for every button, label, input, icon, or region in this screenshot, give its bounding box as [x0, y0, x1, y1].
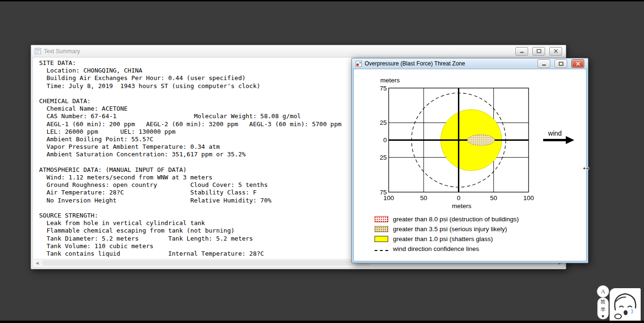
- widget-badge-a[interactable]: A: [597, 285, 609, 298]
- legend-label-windlines: wind direction confidence lines: [393, 245, 479, 252]
- wind-label: wind: [548, 129, 562, 137]
- legend-label-1psi: greater than 1.0 psi (shatters glass): [393, 235, 493, 242]
- y-tick-75-top: 75: [380, 85, 387, 92]
- heart-icon[interactable]: ♥: [602, 314, 604, 319]
- desktop-widget[interactable]: A 简 半 ♥: [596, 284, 644, 323]
- threat-zone-content: meters 75 25 0 25 75 100 50 0 50 100 met…: [353, 69, 587, 261]
- site-data-text: SITE DATA: Location: CHONGQING, CHINA Bu…: [39, 59, 342, 258]
- wind-arrow: [543, 136, 574, 144]
- widget-card[interactable]: [610, 288, 641, 323]
- overpressure-window: Overpressure (Blast Force) Threat Zone: [351, 58, 588, 263]
- close-button[interactable]: [549, 47, 562, 56]
- legend-label-35psi: greater than 3.5 psi (serious injury lik…: [393, 226, 507, 233]
- text-summary-titlebar[interactable]: Text Summary: [31, 45, 566, 57]
- x-tick-50-left: 50: [420, 194, 427, 202]
- minimize-button[interactable]: [538, 59, 550, 68]
- y-tick-0: 0: [383, 137, 387, 144]
- legend-item-35psi: greater than 3.5 psi (serious injury lik…: [375, 226, 519, 233]
- x-tick-100-left: 100: [383, 194, 394, 202]
- minimize-icon: [542, 62, 546, 66]
- threat-zone-chart: meters 75 25 0 25 75 100 50 0 50 100 met…: [354, 69, 587, 213]
- legend-swatch-windlines: [375, 250, 388, 251]
- widget-tab[interactable]: 简 半 ♥: [597, 298, 609, 319]
- x-tick-50-right: 50: [490, 194, 497, 202]
- legend-swatch-1psi: [375, 236, 388, 242]
- legend-item-1psi: greater than 1.0 psi (shatters glass): [375, 235, 519, 242]
- resize-cursor-pointer: ↔: [581, 162, 591, 172]
- scroll-left-button[interactable]: ◄: [33, 259, 41, 266]
- overpressure-titlebar[interactable]: Overpressure (Blast Force) Threat Zone: [352, 58, 588, 69]
- widget-tab-item[interactable]: 半: [601, 306, 606, 313]
- legend-item-windlines: wind direction confidence lines: [375, 245, 519, 252]
- maximize-button[interactable]: [554, 59, 567, 68]
- x-axis-title: meters: [452, 202, 472, 210]
- x-tick-0: 0: [457, 194, 461, 202]
- widget-tab-item[interactable]: 简: [601, 299, 606, 306]
- cartoon-face-icon: [610, 288, 641, 323]
- minimize-icon: [520, 49, 524, 53]
- minimize-button[interactable]: [515, 47, 528, 56]
- window-title: Overpressure (Blast Force) Threat Zone: [365, 60, 465, 67]
- y-tick-25-bottom: 25: [380, 154, 387, 161]
- legend-label-8psi: greater than 8.0 psi (destruction of bui…: [393, 216, 519, 223]
- threat-zone-window-icon: [356, 61, 362, 67]
- maximize-icon: [559, 62, 563, 66]
- threat-zone-legend: greater than 8.0 psi (destruction of bui…: [375, 216, 519, 252]
- scrollbar-thumb[interactable]: [42, 260, 371, 266]
- x-tick-100-right: 100: [523, 194, 534, 202]
- y-axis-title: meters: [380, 77, 400, 84]
- maximize-button[interactable]: [532, 47, 545, 56]
- legend-swatch-8psi: [375, 216, 388, 222]
- close-icon: [554, 49, 558, 53]
- maximize-icon: [537, 49, 541, 53]
- document-icon: [35, 48, 41, 54]
- legend-item-8psi: greater than 8.0 psi (destruction of bui…: [375, 216, 519, 223]
- close-button[interactable]: [571, 59, 584, 68]
- zone-35psi-region: [467, 135, 495, 145]
- letterbox-bottom: [0, 321, 644, 323]
- letterbox-top: [0, 0, 644, 1]
- legend-swatch-35psi: [375, 226, 388, 232]
- window-title: Text Summary: [44, 48, 80, 55]
- y-tick-25-top: 25: [380, 119, 387, 126]
- close-icon: [576, 62, 580, 66]
